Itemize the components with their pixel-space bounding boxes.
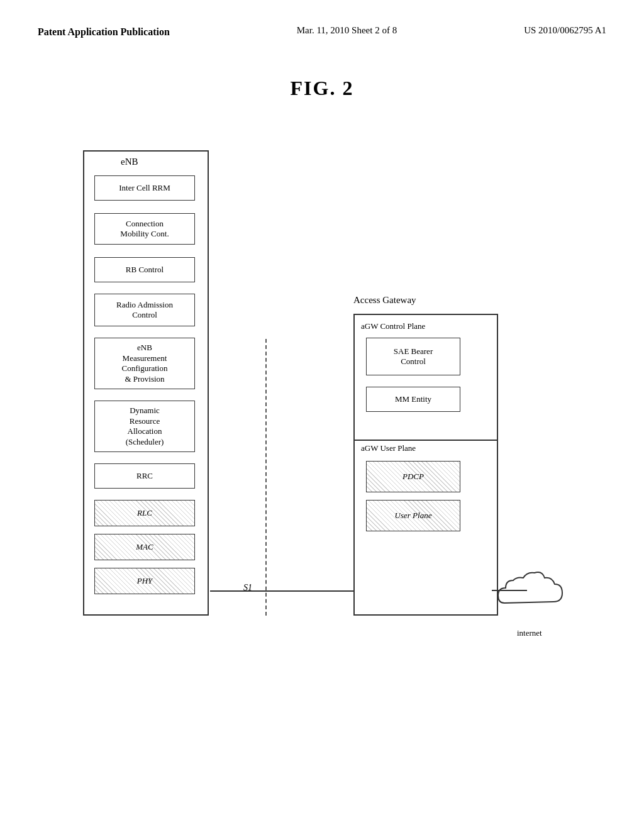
- publication-date: Mar. 11, 2010 Sheet 2 of 8: [297, 25, 397, 36]
- sae-bearer-box: SAE BearerControl: [366, 338, 460, 375]
- rb-control-box: RB Control: [94, 257, 195, 282]
- rrc-box: RRC: [94, 463, 195, 489]
- s1-label: S1: [243, 583, 252, 593]
- dynamic-resource-box: DynamicResourceAllocation(Scheduler): [94, 401, 195, 452]
- mac-box: MAC: [94, 534, 195, 560]
- phy-box: PHY: [94, 568, 195, 594]
- agw-divider: [353, 440, 497, 441]
- internet-label: internet: [517, 628, 542, 638]
- s1-interface-line: [265, 339, 267, 616]
- s1-horizontal-line: [210, 590, 355, 592]
- agw-to-internet-line: [496, 584, 527, 597]
- enb-label: eNB: [121, 157, 138, 167]
- enb-measurement-box: eNBMeasurementConfiguration& Provision: [94, 338, 195, 389]
- user-plane-box: User Plane: [366, 500, 460, 531]
- agw-user-label: aGW User Plane: [361, 443, 416, 453]
- connection-mobility-box: ConnectionMobility Cont.: [94, 213, 195, 245]
- agw-control-label: aGW Control Plane: [361, 321, 425, 331]
- patent-number: US 2010/0062795 A1: [524, 25, 606, 36]
- page-header: Patent Application Publication Mar. 11, …: [0, 0, 644, 39]
- inter-cell-rrm-box: Inter Cell RRM: [94, 175, 195, 201]
- publication-type: Patent Application Publication: [38, 25, 170, 39]
- radio-admission-box: Radio AdmissionControl: [94, 294, 195, 326]
- pdcp-box: PDCP: [366, 461, 460, 492]
- rlc-box: RLC: [94, 500, 195, 526]
- diagram-area: eNB Inter Cell RRM ConnectionMobility Co…: [52, 150, 592, 716]
- agw-label: Access Gateway: [353, 295, 416, 306]
- mm-entity-box: MM Entity: [366, 387, 460, 412]
- figure-title: FIG. 2: [0, 77, 644, 100]
